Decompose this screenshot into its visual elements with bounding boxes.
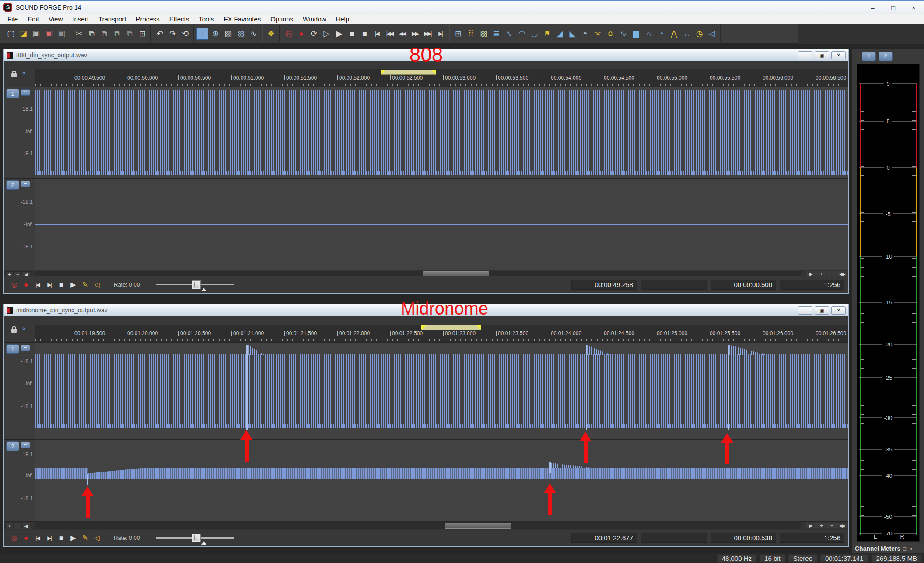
doc-audio-event-icon[interactable]: ◁ — [91, 532, 102, 543]
doc-minimize-button[interactable]: — — [798, 51, 812, 59]
volume-icon[interactable]: ◁ — [706, 28, 718, 40]
doc-restore-button[interactable]: ▣ — [815, 306, 829, 315]
menu-view[interactable]: View — [44, 15, 67, 23]
doc-record-icon[interactable]: ● — [20, 532, 32, 543]
paste-mix-icon[interactable]: ⧉ — [111, 28, 122, 40]
pitch-shift-icon[interactable]: ⋀ — [668, 28, 679, 40]
selection-start-field[interactable] — [640, 533, 707, 543]
scroll-right-button[interactable]: ▶ — [806, 523, 816, 528]
doc-play-icon[interactable]: ▶ — [67, 279, 79, 290]
doc1-track1-waveform[interactable] — [35, 87, 848, 178]
track-number-button[interactable]: 2 — [6, 180, 19, 190]
save-icon[interactable]: ▣ — [30, 28, 42, 40]
track-collapse-button[interactable]: − — [21, 181, 30, 187]
stop-icon[interactable]: ■ — [358, 28, 370, 40]
menu-window[interactable]: Window — [298, 15, 331, 23]
doc-go-to-end-icon[interactable]: ▶| — [43, 532, 55, 543]
doc-close-button[interactable]: ✕ — [831, 51, 846, 59]
normalize-icon[interactable]: ◓ — [579, 28, 591, 40]
play-icon[interactable]: ▶ — [333, 28, 345, 40]
doc1-selection-bar[interactable] — [381, 70, 436, 75]
fade-out-icon[interactable]: ◣ — [566, 28, 578, 40]
envelope-icon[interactable]: ∿ — [617, 28, 629, 40]
copy-icon[interactable]: ⧉ — [85, 28, 97, 40]
selection-length-field[interactable]: 00:00:00.500 — [710, 280, 776, 290]
doc-go-to-start-icon[interactable]: |◀ — [32, 532, 43, 543]
snap-tool-icon[interactable]: ❖ — [265, 28, 276, 40]
zoom-ratio-field[interactable]: 1:256 — [780, 533, 844, 543]
menu-options[interactable]: Options — [266, 15, 298, 23]
elastic-time-icon[interactable]: ◷ — [693, 28, 705, 40]
doc-scrub-tool-icon[interactable]: ✎ — [79, 279, 91, 290]
track-number-button[interactable]: 1 — [6, 89, 19, 98]
menu-file[interactable]: File — [3, 15, 23, 23]
acoustic-mirror-icon[interactable]: ⌂ — [642, 28, 654, 40]
cursor-position-field[interactable]: 00:01:22.677 — [571, 533, 637, 543]
open-file-icon[interactable]: ◪ — [17, 28, 29, 40]
graphic-eq-icon[interactable]: ▆ — [630, 28, 641, 40]
scrollbar-thumb[interactable] — [444, 523, 511, 529]
menu-help[interactable]: Help — [331, 15, 354, 23]
lock-icon[interactable] — [11, 329, 17, 333]
magnify-tool-icon[interactable]: ⊕ — [209, 28, 221, 40]
doc2-track1-waveform[interactable] — [35, 343, 848, 439]
forward-icon[interactable]: ▶▶ — [409, 28, 421, 40]
doc-record-remote-icon[interactable]: ◎ — [8, 532, 20, 543]
scroll-left-button[interactable]: ◀ — [22, 523, 30, 529]
doc-scrub-tool-icon[interactable]: ✎ — [79, 532, 91, 543]
menu-process[interactable]: Process — [131, 15, 164, 23]
loop-playback-icon[interactable]: ⟳ — [308, 28, 319, 40]
doc-stop-icon[interactable]: ■ — [55, 279, 67, 290]
record-icon[interactable]: ● — [295, 28, 307, 40]
zoom-in-button[interactable]: + — [5, 523, 14, 529]
paste-icon[interactable]: ⧉ — [98, 28, 110, 40]
selection-tool-icon[interactable]: ▧ — [234, 28, 246, 40]
doc-play-icon[interactable]: ▶ — [67, 532, 79, 543]
menu-fx-favorites[interactable]: FX Favorites — [219, 15, 266, 23]
menu-tools[interactable]: Tools — [194, 15, 219, 23]
hzoom-in-button[interactable]: + — [816, 523, 826, 528]
channel-meters-header[interactable]: Channel Meters □ × — [852, 544, 924, 553]
zoom-ratio-field[interactable]: 1:256 — [780, 280, 844, 290]
expand-icon[interactable]: ≎ — [604, 28, 616, 40]
marker-region-icon[interactable]: ⊞ — [452, 28, 464, 40]
selection-length-field[interactable]: 00:00:00.538 — [710, 533, 776, 543]
doc-minimize-button[interactable]: — — [798, 306, 812, 315]
menu-insert[interactable]: Insert — [67, 15, 94, 23]
paste-special-icon[interactable]: ⧉ — [123, 28, 135, 40]
menu-transport[interactable]: Transport — [94, 15, 131, 23]
app-minimize-button[interactable]: – — [862, 1, 883, 14]
plot-icon[interactable]: ◡ — [528, 28, 540, 40]
rate-slider[interactable] — [156, 537, 234, 539]
mixer-icon[interactable]: ≣ — [490, 28, 502, 40]
track-collapse-button[interactable]: − — [21, 345, 30, 351]
flag-icon[interactable]: ⚑ — [541, 28, 553, 40]
regions-list-icon[interactable]: ▩ — [477, 28, 489, 40]
new-file-icon[interactable]: ▢ — [4, 28, 16, 40]
doc-go-to-end-icon[interactable]: ▶| — [43, 279, 55, 290]
go-to-end-icon[interactable]: ▶| — [434, 28, 446, 40]
app-close-button[interactable]: × — [903, 1, 924, 14]
track-collapse-button[interactable]: − — [21, 442, 30, 448]
pan-icon[interactable]: ↔ — [680, 28, 692, 40]
marker-edit-icon[interactable]: ⌖ — [22, 325, 26, 333]
save-as-icon[interactable]: ▣ — [42, 28, 54, 40]
rewind-icon[interactable]: ◀◀ — [396, 28, 408, 40]
pause-icon[interactable]: ▮▮ — [346, 28, 357, 40]
doc2-scrollbar[interactable]: + − ◀ ▶ + − ◀▶ — [4, 521, 848, 530]
doc-go-to-start-icon[interactable]: |◀ — [32, 279, 43, 290]
undo-icon[interactable]: ↶ — [154, 28, 165, 40]
doc2-time-ruler[interactable]: 00:01:19.50000:01:20.00000:01:20.50000:0… — [35, 325, 848, 342]
track-number-button[interactable]: 2 — [6, 441, 19, 451]
repeat-icon[interactable]: ⟲ — [179, 28, 191, 40]
rate-slider-handle[interactable] — [192, 280, 201, 289]
save-all-icon[interactable]: ▣ — [55, 28, 67, 40]
marker-edit-icon[interactable]: ⌖ — [22, 69, 26, 78]
cut-icon[interactable]: ✂ — [73, 28, 84, 40]
doc-audio-event-icon[interactable]: ◁ — [91, 279, 102, 290]
app-maximize-button[interactable]: □ — [883, 1, 903, 14]
doc-record-remote-icon[interactable]: ◎ — [8, 279, 20, 290]
doc1-track2-waveform[interactable] — [35, 179, 848, 270]
trim-crop-icon[interactable]: ⊡ — [136, 28, 148, 40]
chorus-icon[interactable]: ⠿ — [465, 28, 476, 40]
